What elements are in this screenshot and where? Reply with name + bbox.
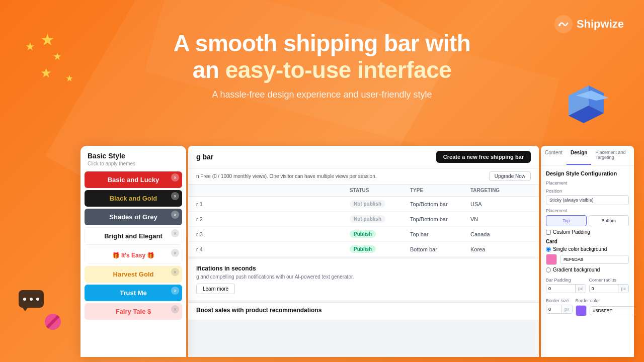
theme-shades-grey-close[interactable]: × <box>171 211 179 219</box>
placement-section-label: Placement <box>546 180 629 186</box>
theme-trust-me-label: Trust Me <box>85 285 182 301</box>
boost-title: Boost sales with product recommendations <box>196 307 531 314</box>
tab-design[interactable]: Design <box>567 146 591 165</box>
theme-basic-lucky[interactable]: Basic and Lucky × <box>85 171 182 188</box>
logo-text: Shipwize <box>577 18 624 31</box>
logo-icon <box>554 15 573 33</box>
dashboard-title: g bar <box>196 153 213 161</box>
style-panel: Basic Style Click to apply themes Basic … <box>80 146 186 357</box>
chat-decoration <box>18 289 45 312</box>
theme-harvest-gold-label: Harvest Gold <box>85 266 182 283</box>
theme-trust-me[interactable]: Trust Me × <box>85 285 182 301</box>
theme-black-gold-close[interactable]: × <box>171 192 179 200</box>
row3-status-badge: Publish <box>350 230 376 238</box>
theme-harvest-gold-close[interactable]: × <box>171 268 179 276</box>
learn-more-button[interactable]: Learn more <box>196 284 235 294</box>
position-select[interactable]: Sticky (always visible) <box>546 195 629 205</box>
row2-name: r 2 <box>196 216 350 222</box>
border-size-group: Border size px <box>546 295 573 316</box>
border-size-label: Border size <box>546 298 573 303</box>
theme-black-gold[interactable]: Black and Gold × <box>85 190 182 207</box>
star-4: ★ <box>40 65 52 81</box>
star-5: ★ <box>65 73 73 84</box>
row2-type: Top/Bottom bar <box>410 216 470 222</box>
theme-shades-grey[interactable]: Shades of Grey × <box>85 209 182 225</box>
row4-name: r 4 <box>196 246 350 252</box>
border-color-row <box>576 305 634 316</box>
col-name <box>196 188 350 193</box>
gradient-row: Gradient background <box>546 267 629 273</box>
theme-easy[interactable]: 🎁 It's Easy 🎁 × <box>85 247 182 264</box>
create-bar-button[interactable]: Create a new free shipping bar <box>436 151 531 163</box>
border-row: Border size px Border color <box>546 295 629 316</box>
hero-line2-plain: an <box>193 57 225 83</box>
border-color-label: Border color <box>576 298 634 303</box>
theme-fairy-tale-close[interactable]: × <box>171 305 179 313</box>
theme-shades-grey-label: Shades of Grey <box>85 209 182 225</box>
hero-line2-highlight: easy-to-use interface <box>225 57 452 83</box>
hero-line1: A smooth shipping bar with <box>174 30 471 56</box>
row1-type: Top/Bottom bar <box>410 201 470 207</box>
border-color-swatch[interactable] <box>576 305 587 316</box>
table-row: r 1 Not publish Top/Bottom bar USA <box>188 197 539 212</box>
row4-status-badge: Publish <box>350 245 376 253</box>
position-label: Position <box>546 189 629 194</box>
notice-text: n Free (0 / 1000 monthly views). One vis… <box>196 173 377 179</box>
table-header: Status Type Targeting <box>188 185 539 197</box>
design-body: Design Style Configuration Placement Pos… <box>541 165 634 321</box>
position-select-wrapper: Sticky (always visible) <box>546 195 629 205</box>
tab-placement[interactable]: Placement and Targeting <box>591 146 634 165</box>
theme-harvest-gold[interactable]: Harvest Gold × <box>85 266 182 283</box>
gradient-radio[interactable] <box>546 267 551 273</box>
theme-easy-label: 🎁 It's Easy 🎁 <box>85 247 182 264</box>
border-color-input[interactable] <box>590 306 634 315</box>
row2-targeting: VN <box>470 216 531 222</box>
color-swatch[interactable] <box>546 254 557 265</box>
row4-status: Publish <box>350 245 410 253</box>
tab-content[interactable]: Content <box>541 146 567 165</box>
row4-type: Bottom bar <box>410 246 470 252</box>
border-size-input[interactable] <box>546 305 561 313</box>
svg-point-8 <box>30 298 33 301</box>
theme-fairy-tale[interactable]: Fairy Tale $ × <box>85 303 182 320</box>
card-label: Card <box>546 239 629 244</box>
ui-container: Basic Style Click to apply themes Basic … <box>80 146 634 357</box>
corner-radius-label: Corner radius <box>589 278 629 283</box>
row1-targeting: USA <box>470 201 531 207</box>
row3-name: r 3 <box>196 231 350 237</box>
theme-easy-close[interactable]: × <box>171 249 179 257</box>
bar-padding-group: Bar Padding px <box>546 275 586 293</box>
row1-status: Not publish <box>350 200 410 208</box>
placement-top-btn[interactable]: Top <box>546 215 587 226</box>
custom-padding-checkbox[interactable] <box>546 230 551 235</box>
theme-basic-lucky-label: Basic and Lucky <box>85 171 182 188</box>
bar-padding-input[interactable] <box>546 285 575 293</box>
notifications-title: ifications in seconds <box>196 265 531 272</box>
notifications-desc: g and compelling push notifications with… <box>196 274 531 280</box>
design-panel: Content Design Placement and Targeting D… <box>541 146 634 357</box>
color-input[interactable] <box>560 255 629 264</box>
row2-status: Not publish <box>350 215 410 223</box>
border-size-unit: px <box>561 305 572 313</box>
col-status: Status <box>350 188 410 193</box>
table-row: r 2 Not publish Top/Bottom bar VN <box>188 212 539 227</box>
theme-bright-elegant-close[interactable]: × <box>171 229 179 237</box>
upgrade-button[interactable]: Upgrade Now <box>489 171 531 181</box>
bar-padding-input-wrapper: px <box>546 284 586 293</box>
pill-decoration <box>43 312 63 332</box>
theme-trust-me-close[interactable]: × <box>171 287 179 295</box>
placement-bottom-btn[interactable]: Bottom <box>589 215 629 226</box>
design-section-title: Design Style Configuration <box>546 170 629 176</box>
style-panel-title: Basic Style <box>88 152 179 160</box>
dashboard-bottom: ifications in seconds g and compelling p… <box>188 259 539 300</box>
theme-bright-elegant[interactable]: Bright and Elegant × <box>85 227 182 245</box>
theme-basic-lucky-close[interactable]: × <box>171 173 179 182</box>
single-color-label: Single color background <box>553 246 607 252</box>
custom-padding-label: Custom Padding <box>553 229 590 235</box>
dashboard-panel: g bar Create a new free shipping bar n F… <box>188 146 539 357</box>
table-container: Status Type Targeting r 1 Not publish To… <box>188 185 539 257</box>
single-color-radio[interactable] <box>546 247 551 252</box>
corner-radius-input[interactable] <box>590 285 618 293</box>
svg-point-7 <box>23 298 26 301</box>
gradient-label: Gradient background <box>553 267 600 273</box>
